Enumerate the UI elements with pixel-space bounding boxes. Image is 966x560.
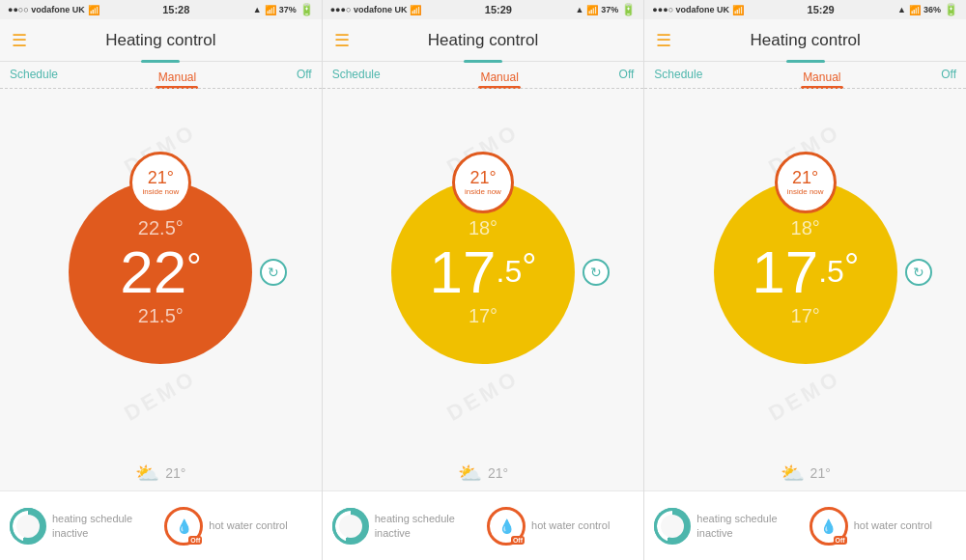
inside-label: inside now	[142, 188, 179, 197]
inside-temp-value: 21°	[148, 168, 174, 188]
carrier-signal: ●●●○ vodafone UK	[652, 5, 729, 14]
refresh-button[interactable]: ↻	[260, 259, 287, 286]
main-temp-value: 17	[430, 242, 497, 302]
bottom-bar: heating schedule inactive 💧 Off hot wate…	[323, 490, 644, 560]
bluetooth-icon: 📶	[909, 5, 921, 15]
degree-symbol: °	[186, 248, 201, 285]
weather-row: ⛅ 21°	[644, 456, 966, 490]
main-temp-decimal: .5	[497, 256, 523, 287]
refresh-icon: ↻	[268, 265, 279, 280]
thermostat-area: DEMO DEMO DEMO DEMO 21° inside now 18° 1…	[323, 89, 644, 456]
water-label: hot water control	[531, 518, 610, 532]
arrow-icon: ▲	[253, 5, 262, 14]
water-off-badge: Off	[511, 536, 525, 545]
refresh-icon: ↻	[590, 265, 602, 280]
degree-symbol: °	[844, 248, 859, 285]
thermostat-area: DEMO DEMO DEMO DEMO 21° inside now 22.5°…	[0, 89, 322, 456]
temp-upper: 22.5°	[138, 217, 184, 239]
weather-cloud-icon: ⛅	[781, 462, 805, 485]
schedule-circle-inner	[16, 515, 40, 538]
tab-schedule[interactable]: Schedule	[654, 68, 702, 85]
outside-temp: 21°	[165, 465, 185, 481]
degree-symbol: °	[522, 248, 536, 285]
screen-2: ●●●○ vodafone UK 📶 15:29 ▲ 📶 37% 🔋 ☰ Hea…	[323, 0, 645, 560]
hot-water-item[interactable]: 💧 Off hot water control	[164, 507, 311, 546]
water-circle: 💧 Off	[487, 507, 526, 546]
outside-temp: 21°	[810, 465, 831, 481]
status-bar: ●●○○ vodafone UK 📶 15:28 ▲ 📶 37% 🔋	[0, 0, 322, 19]
water-drop-icon: 💧	[498, 518, 515, 534]
weather-row: ⛅ 21°	[0, 456, 322, 490]
battery-level: 37%	[279, 5, 297, 14]
inside-label: inside now	[787, 188, 824, 197]
bottom-bar: heating schedule inactive 💧 Off hot wate…	[644, 490, 966, 560]
temp-lower: 21.5°	[138, 305, 184, 327]
schedule-label: heating schedule inactive	[375, 512, 479, 540]
schedule-label: heating schedule inactive	[696, 512, 801, 540]
schedule-circle	[10, 508, 46, 545]
time-display: 15:29	[485, 4, 512, 15]
wifi-icon: 📶	[732, 5, 744, 15]
arrow-icon: ▲	[897, 5, 906, 14]
bottom-bar: heating schedule inactive 💧 Off hot wate…	[0, 490, 322, 560]
inside-temp-value: 21°	[792, 168, 818, 188]
battery-level: 37%	[601, 5, 618, 14]
tab-schedule[interactable]: Schedule	[10, 68, 58, 85]
time-display: 15:28	[162, 4, 189, 15]
header-title: Heating control	[428, 31, 538, 50]
temp-lower: 17°	[469, 305, 497, 327]
menu-icon[interactable]: ☰	[12, 30, 27, 51]
temp-main-display: 17.5°	[752, 242, 859, 302]
water-drop-icon: 💧	[176, 518, 192, 534]
water-label: hot water control	[209, 518, 287, 532]
schedule-circle	[654, 508, 691, 545]
heating-schedule-item[interactable]: heating schedule inactive	[10, 508, 156, 545]
menu-icon[interactable]: ☰	[334, 30, 350, 51]
inside-temp-value: 21°	[469, 168, 496, 188]
status-right: ▲ 📶 37% 🔋	[253, 3, 314, 16]
thermostat-wrapper: 21° inside now 18° 17.5° 17° ↻	[391, 181, 575, 364]
status-bar: ●●●○ vodafone UK 📶 15:29 ▲ 📶 36% 🔋	[644, 0, 966, 19]
water-off-badge: Off	[834, 536, 847, 545]
tab-bar: Schedule Manual Off	[323, 62, 644, 89]
water-drop-icon: 💧	[820, 518, 837, 534]
weather-cloud-icon: ⛅	[458, 462, 482, 485]
tab-off[interactable]: Off	[619, 68, 635, 85]
schedule-circle-inner	[661, 515, 684, 538]
tab-off[interactable]: Off	[941, 68, 956, 85]
temp-lower: 17°	[791, 305, 820, 327]
status-left: ●●○○ vodafone UK 📶	[8, 5, 99, 15]
tab-schedule[interactable]: Schedule	[332, 68, 381, 85]
carrier-signal: ●●●○ vodafone UK	[330, 5, 408, 14]
inside-label: inside now	[465, 188, 501, 197]
water-circle: 💧 Off	[810, 507, 848, 546]
hot-water-item[interactable]: 💧 Off hot water control	[487, 507, 634, 546]
menu-icon[interactable]: ☰	[656, 30, 671, 51]
refresh-icon: ↻	[913, 265, 924, 280]
screen-3: ●●●○ vodafone UK 📶 15:29 ▲ 📶 36% 🔋 ☰ Hea…	[644, 0, 966, 560]
app-header: ☰ Heating control	[644, 19, 966, 62]
carrier-signal: ●●○○ vodafone UK	[8, 5, 85, 14]
main-temp-value: 17	[752, 242, 818, 302]
tab-bar: Schedule Manual Off	[644, 62, 966, 89]
temp-upper: 18°	[469, 217, 497, 239]
tab-bar: Schedule Manual Off	[0, 62, 322, 89]
heating-schedule-item[interactable]: heating schedule inactive	[654, 508, 801, 545]
heating-schedule-item[interactable]: heating schedule inactive	[332, 508, 479, 545]
temp-main-display: 22°	[120, 242, 201, 302]
wifi-icon: 📶	[88, 5, 99, 15]
bluetooth-icon: 📶	[586, 5, 598, 15]
refresh-button[interactable]: ↻	[905, 259, 932, 286]
tab-off[interactable]: Off	[297, 68, 312, 85]
battery-icon: 🔋	[299, 3, 314, 16]
refresh-button[interactable]: ↻	[582, 259, 610, 286]
inside-temp-bubble: 21° inside now	[775, 152, 837, 213]
header-title: Heating control	[751, 31, 861, 50]
screens-container: ●●○○ vodafone UK 📶 15:28 ▲ 📶 37% 🔋 ☰ Hea…	[0, 0, 966, 560]
arrow-icon: ▲	[575, 5, 583, 14]
thermostat-wrapper: 21° inside now 18° 17.5° 17° ↻	[714, 181, 897, 364]
outside-temp: 21°	[488, 465, 508, 481]
battery-icon: 🔋	[944, 3, 958, 16]
temp-upper: 18°	[791, 217, 820, 239]
hot-water-item[interactable]: 💧 Off hot water control	[810, 507, 956, 546]
